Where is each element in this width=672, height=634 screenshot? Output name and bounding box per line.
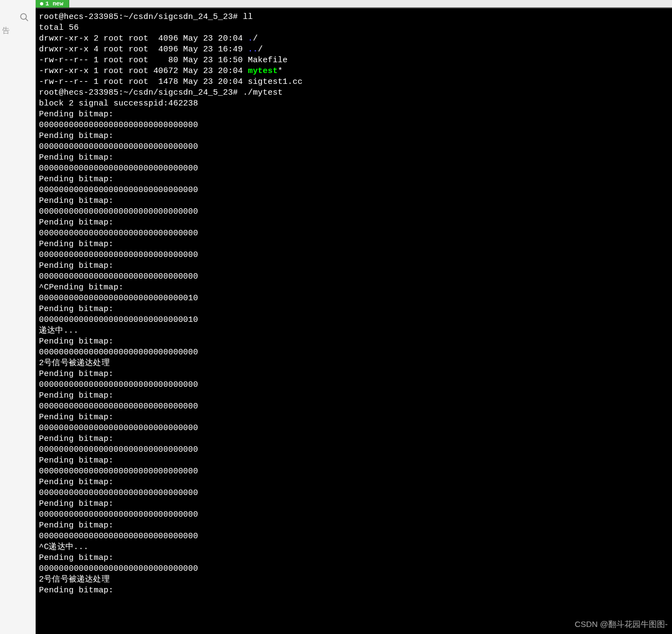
terminal-line: 00000000000000000000000000000000: [39, 120, 669, 131]
window-frame: 告 1 new root@hecs-233985:~/csdn/sigcsdn_…: [0, 0, 672, 634]
terminal-line: Pending bitmap:: [39, 336, 669, 347]
terminal-line: 00000000000000000000000000000000: [39, 510, 669, 520]
terminal-line: Pending bitmap:: [39, 131, 669, 142]
terminal-line: total 56: [39, 23, 669, 34]
search-icon[interactable]: [19, 12, 30, 23]
terminal-line: Pending bitmap:: [39, 217, 669, 228]
terminal-line: -rw-r--r-- 1 root root 80 May 23 16:50 M…: [39, 55, 669, 66]
terminal-line: Pending bitmap:: [39, 391, 669, 401]
terminal-line: Pending bitmap:: [39, 520, 669, 531]
terminal-line: 递达中...: [39, 326, 669, 336]
terminal-line: Pending bitmap:: [39, 477, 669, 488]
tab-status-dot-icon: [40, 2, 43, 5]
terminal-line: 00000000000000000000000000000000: [39, 207, 669, 217]
terminal-line: root@hecs-233985:~/csdn/sigcsdn_24_5_23#…: [39, 88, 669, 98]
terminal-line: Pending bitmap:: [39, 304, 669, 315]
terminal-line: Pending bitmap:: [39, 553, 669, 564]
terminal-line: 00000000000000000000000000000000: [39, 380, 669, 391]
terminal-line: 00000000000000000000000000000010: [39, 293, 669, 304]
terminal-line: Pending bitmap:: [39, 153, 669, 163]
svg-point-0: [21, 14, 26, 19]
terminal-line: ^CPending bitmap:: [39, 282, 669, 293]
gutter-text: 告: [2, 26, 10, 36]
terminal-line: 00000000000000000000000000000000: [39, 445, 669, 455]
terminal-line: Pending bitmap:: [39, 196, 669, 207]
main-area: 1 new root@hecs-233985:~/csdn/sigcsdn_24…: [36, 0, 672, 634]
terminal-line: 2号信号被递达处理: [39, 574, 669, 585]
terminal-line: drwxr-xr-x 4 root root 4096 May 23 16:49…: [39, 44, 669, 55]
terminal-line: root@hecs-233985:~/csdn/sigcsdn_24_5_23#…: [39, 12, 669, 23]
terminal-line: 00000000000000000000000000000000: [39, 401, 669, 412]
terminal-line: 00000000000000000000000000000010: [39, 315, 669, 326]
terminal-line: 00000000000000000000000000000000: [39, 564, 669, 574]
terminal-line: 00000000000000000000000000000000: [39, 531, 669, 542]
tab-label: 1 new: [45, 1, 63, 7]
svg-line-1: [25, 18, 28, 21]
terminal-line: Pending bitmap:: [39, 239, 669, 250]
terminal-line: ^C递达中...: [39, 542, 669, 553]
terminal-line: Pending bitmap:: [39, 434, 669, 445]
terminal-line: 00000000000000000000000000000000: [39, 163, 669, 174]
tab-bar: 1 new: [36, 0, 672, 8]
terminal-line: Pending bitmap:: [39, 174, 669, 185]
terminal-line: 00000000000000000000000000000000: [39, 185, 669, 196]
terminal-line: 2号信号被递达处理: [39, 358, 669, 369]
terminal-line: Pending bitmap:: [39, 261, 669, 272]
terminal-line: Pending bitmap:: [39, 369, 669, 380]
terminal-line: drwxr-xr-x 2 root root 4096 May 23 20:04…: [39, 34, 669, 44]
terminal-tab[interactable]: 1 new: [36, 0, 69, 8]
terminal-line: Pending bitmap:: [39, 499, 669, 510]
terminal-line: 00000000000000000000000000000000: [39, 272, 669, 282]
terminal-line: Pending bitmap:: [39, 109, 669, 120]
terminal-line: 00000000000000000000000000000000: [39, 142, 669, 153]
terminal-line: 00000000000000000000000000000000: [39, 466, 669, 477]
terminal-line: Pending bitmap:: [39, 585, 669, 596]
terminal-line: 00000000000000000000000000000000: [39, 423, 669, 434]
terminal-line: 00000000000000000000000000000000: [39, 347, 669, 358]
terminal-line: -rwxr-xr-x 1 root root 40672 May 23 20:0…: [39, 66, 669, 77]
terminal-line: Pending bitmap:: [39, 455, 669, 466]
terminal-line: 00000000000000000000000000000000: [39, 250, 669, 261]
terminal-line: block 2 signal successpid:462238: [39, 98, 669, 109]
editor-gutter: 告: [0, 0, 36, 634]
terminal-line: 00000000000000000000000000000000: [39, 228, 669, 239]
terminal-line: 00000000000000000000000000000000: [39, 488, 669, 499]
terminal-output[interactable]: root@hecs-233985:~/csdn/sigcsdn_24_5_23#…: [36, 8, 672, 634]
terminal-line: -rw-r--r-- 1 root root 1478 May 23 20:04…: [39, 77, 669, 88]
terminal-line: Pending bitmap:: [39, 412, 669, 423]
